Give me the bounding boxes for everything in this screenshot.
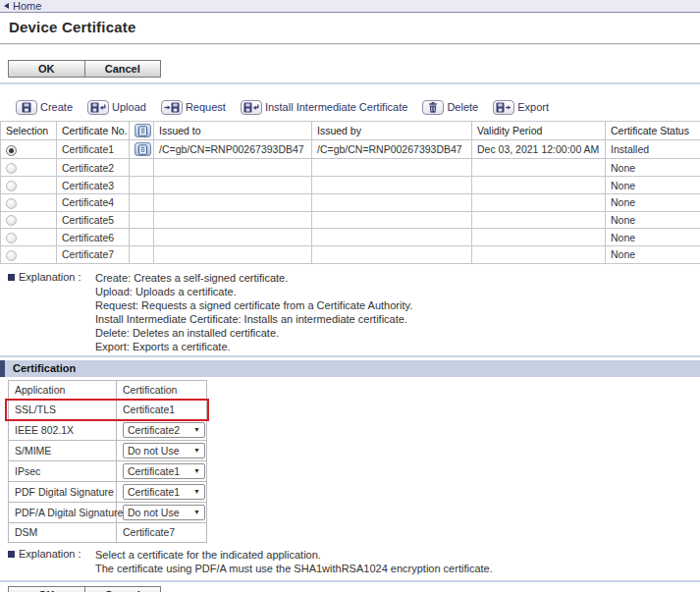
breadcrumb: Home <box>0 0 700 13</box>
pdfa-signature-certificate-select[interactable]: Do not Use▼ <box>123 505 205 520</box>
issued-by-cell <box>312 159 472 177</box>
certification-row-pdfa-signature: PDF/A Digital Signature Do not Use▼ <box>9 502 207 522</box>
request-button[interactable]: Request <box>161 100 226 115</box>
top-button-group: OK Cancel <box>8 60 161 78</box>
status-cell: None <box>606 211 700 229</box>
pdf-signature-certificate-select[interactable]: Certificate1▼ <box>123 484 205 500</box>
ipsec-certificate-select[interactable]: Certificate1▼ <box>123 463 205 479</box>
ok-button[interactable]: OK <box>9 61 84 77</box>
separator-line <box>0 580 700 582</box>
select-value: Do not Use <box>128 445 180 457</box>
explanation-line: Delete: Deletes an installed certificate… <box>95 326 412 340</box>
chevron-down-icon: ▼ <box>193 467 200 474</box>
certificate3-select-radio[interactable] <box>6 181 17 191</box>
validity-cell: Dec 03, 2021 12:00:00 AM <box>472 140 606 159</box>
issued-by-cell <box>312 211 472 229</box>
certificate2-select-radio[interactable] <box>6 163 17 174</box>
col-certificate-no: Certificate No. <box>57 122 130 140</box>
request-label: Request <box>186 101 226 113</box>
application-cell: DSM <box>9 522 117 542</box>
col-certification: Certification <box>117 380 207 400</box>
certification-row-ipsec: IPsec Certificate1▼ <box>9 460 207 481</box>
issued-to-cell <box>154 211 312 229</box>
validity-cell <box>472 159 606 177</box>
breadcrumb-home-link[interactable]: Home <box>13 1 41 12</box>
certificate6-select-radio[interactable] <box>6 233 17 243</box>
certification-row-ieee8021x: IEEE 802.1X Certificate2▼ <box>9 419 207 440</box>
table-row: Certificate5 None <box>1 211 700 229</box>
explanation-line: Select a certificate for the indicated a… <box>95 548 493 562</box>
chevron-down-icon: ▼ <box>193 509 200 515</box>
validity-cell <box>472 177 606 194</box>
back-arrow-icon <box>4 3 9 9</box>
table-row: Certificate2 None <box>1 159 700 177</box>
export-button[interactable]: Export <box>493 100 549 115</box>
install-intermediate-certificate-button[interactable]: Install Intermediate Certificate <box>241 100 408 115</box>
validity-cell <box>472 246 606 264</box>
validity-cell <box>472 229 606 246</box>
ieee8021x-certificate-select[interactable]: Certificate2▼ <box>123 422 205 438</box>
issued-to-cell <box>154 159 312 177</box>
page-title: Device Certificate <box>9 19 700 35</box>
certificate7-select-radio[interactable] <box>6 250 17 261</box>
issued-by-cell <box>312 193 472 211</box>
create-button[interactable]: Create <box>16 100 73 115</box>
install-intermediate-certificate-label: Install Intermediate Certificate <box>265 101 408 113</box>
certificate4-select-radio[interactable] <box>6 198 17 209</box>
create-label: Create <box>40 101 73 113</box>
status-cell: None <box>606 159 700 177</box>
table-row: Certificate7 None <box>1 246 700 264</box>
explanation-line: Install Intermediate Certificate: Instal… <box>95 312 412 326</box>
select-value: Certificate2 <box>128 424 180 436</box>
certification-value: Certificate7 <box>117 522 207 542</box>
bottom-button-group: OK Cancel <box>8 586 161 592</box>
certification-value: Certificate1 <box>117 400 207 419</box>
col-validity-period: Validity Period <box>472 122 606 140</box>
title-divider <box>0 43 700 45</box>
explanation-label: Explanation : <box>19 548 81 560</box>
bullet-icon <box>8 551 15 558</box>
certificate5-select-radio[interactable] <box>6 215 17 226</box>
chevron-down-icon: ▼ <box>193 447 200 454</box>
issued-to-cell: /C=gb/CN=RNP00267393DB47 <box>154 140 312 159</box>
bullet-icon <box>8 274 15 281</box>
certificate1-details-button[interactable] <box>135 142 151 156</box>
certificate-no-cell: Certificate2 <box>57 159 130 177</box>
col-application: Application <box>9 380 117 400</box>
issued-to-cell <box>154 193 312 211</box>
export-certificate-icon <box>493 100 514 115</box>
status-cell: None <box>606 246 700 264</box>
certificate1-select-radio[interactable] <box>6 145 17 156</box>
delete-certificate-icon <box>422 100 444 115</box>
col-issued-to: Issued to <box>154 122 312 140</box>
table-header-row: Selection Certificate No. Issued to Issu… <box>1 122 700 140</box>
table-row: Certificate6 None <box>1 229 700 246</box>
certificate-no-cell: Certificate4 <box>57 193 130 211</box>
issued-to-cell <box>154 177 312 194</box>
issued-to-cell <box>154 246 312 264</box>
export-label: Export <box>517 101 549 113</box>
create-certificate-icon <box>16 100 37 115</box>
explanation-line: Upload: Uploads a certificate. <box>95 285 412 298</box>
explanation-line: Export: Exports a certificate. <box>95 340 412 353</box>
certificate-toolbar: Create Upload Request Install Intermedia… <box>16 98 700 116</box>
cancel-button[interactable]: Cancel <box>84 587 161 592</box>
col-selection: Selection <box>1 122 57 140</box>
certificate-no-cell: Certificate1 <box>57 140 130 159</box>
status-cell: None <box>606 229 700 246</box>
validity-cell <box>472 211 606 229</box>
application-cell: PDF Digital Signature <box>9 481 117 502</box>
ok-button[interactable]: OK <box>9 587 84 592</box>
cancel-button[interactable]: Cancel <box>84 61 161 77</box>
issued-by-cell <box>312 177 472 194</box>
separator-line <box>0 355 700 357</box>
col-issued-by: Issued by <box>312 122 472 140</box>
certificate-no-cell: Certificate7 <box>57 246 130 264</box>
smime-certificate-select[interactable]: Do not Use▼ <box>123 443 205 458</box>
delete-button[interactable]: Delete <box>422 100 478 115</box>
upload-label: Upload <box>112 101 146 113</box>
chevron-down-icon: ▼ <box>193 426 200 433</box>
delete-label: Delete <box>447 101 478 113</box>
table-row: Certificate3 None <box>1 177 700 194</box>
upload-button[interactable]: Upload <box>87 100 146 115</box>
